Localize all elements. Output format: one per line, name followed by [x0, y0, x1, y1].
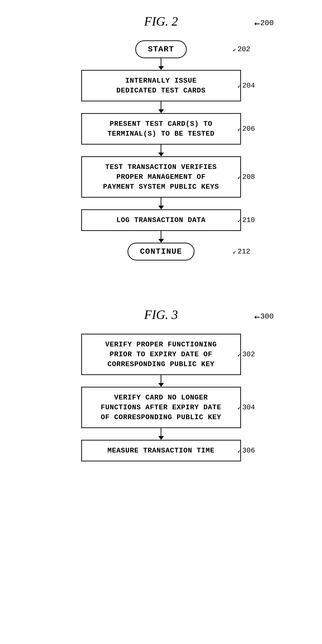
node-304: VERIFY CARD NO LONGER FUNCTIONS AFTER EX… [81, 387, 241, 428]
node-206: PRESENT TEST CARD(S) TO TERMINAL(S) TO B… [81, 113, 241, 144]
node-210-ref: ↙ 210 [237, 216, 255, 224]
start-node: START [135, 40, 186, 58]
node-206-ref: ↙ 206 [237, 125, 255, 133]
fig3-title: FIG. 3 [144, 308, 178, 322]
node-210: LOG TRANSACTION DATA [81, 209, 241, 231]
fig2-title: FIG. 2 [144, 14, 178, 29]
node-306: MEASURE TRANSACTION TIME [81, 440, 241, 462]
start-ref: ↙ 202 [233, 45, 250, 53]
node-204-ref: ↙ 204 [237, 82, 255, 90]
node-208-ref: ↙ 208 [237, 173, 255, 181]
fig3-ref-number: ↗ 300 [254, 312, 274, 324]
continue-node: CONTINUE [128, 243, 194, 260]
node-304-ref: ↙ 304 [237, 404, 255, 412]
node-306-ref: ↙ 306 [237, 446, 255, 454]
node-208: TEST TRANSACTION VERIFIES PROPER MANAGEM… [81, 156, 241, 198]
node-302: VERIFY PROPER FUNCTIONING PRIOR TO EXPIR… [81, 334, 241, 375]
continue-ref: ↙ 212 [233, 248, 250, 256]
node-204: INTERNALLY ISSUE DEDICATED TEST CARDS [81, 70, 241, 102]
node-302-ref: ↙ 302 [237, 350, 255, 358]
fig2-ref-number: ↗ 200 [254, 19, 274, 30]
